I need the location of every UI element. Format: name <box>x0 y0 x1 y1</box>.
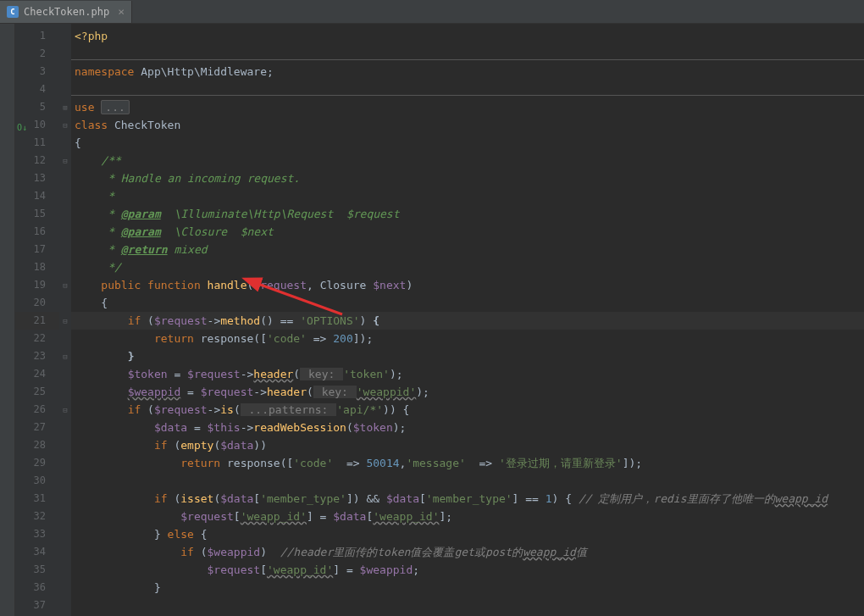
code-line[interactable]: <?php <box>71 27 864 45</box>
code-line[interactable]: } <box>71 579 864 597</box>
code-line[interactable]: { <box>71 134 864 152</box>
code-line[interactable]: * @param \Closure $next <box>71 223 864 241</box>
fold-icon <box>59 223 71 241</box>
line-number[interactable]: 28 <box>15 436 59 454</box>
code-line[interactable] <box>71 80 864 98</box>
left-strip <box>0 24 15 616</box>
fold-icon[interactable]: ⊟ <box>59 276 71 294</box>
fold-icon[interactable]: ⊟ <box>59 312 71 330</box>
line-number[interactable]: 25 <box>15 383 59 401</box>
line-number[interactable]: 4 <box>15 80 59 98</box>
fold-icon <box>59 241 71 258</box>
fold-icon <box>59 543 71 561</box>
line-number[interactable]: 31 <box>15 490 59 508</box>
fold-icon[interactable]: ⊟ <box>59 116 71 134</box>
code-line[interactable]: */ <box>71 258 864 276</box>
fold-icon[interactable]: ⊟ <box>59 152 71 169</box>
close-icon[interactable]: × <box>118 5 125 18</box>
line-number[interactable]: 14 <box>15 187 59 205</box>
line-number[interactable]: 2 <box>15 45 59 63</box>
fold-icon <box>59 134 71 152</box>
line-number[interactable]: 22 <box>15 330 59 347</box>
code-line[interactable]: * @param \Illuminate\Http\Request $reque… <box>71 205 864 223</box>
fold-icon <box>59 454 71 472</box>
fold-icon <box>59 419 71 436</box>
line-number[interactable]: 5 <box>15 98 59 116</box>
code-line[interactable] <box>71 472 864 490</box>
tab-label: CheckToken.php <box>24 6 109 18</box>
line-number[interactable]: 17 <box>15 241 59 258</box>
line-number[interactable]: 37 <box>15 597 59 614</box>
fold-icon <box>59 472 71 490</box>
tab-checktoken[interactable]: C CheckToken.php × <box>0 1 132 23</box>
tab-bar: C CheckToken.php × <box>0 0 864 24</box>
code-line[interactable]: return response(['code' => 50014,'messag… <box>71 454 864 472</box>
line-number[interactable]: O↓10 <box>15 116 59 134</box>
code-line[interactable]: * @return mixed <box>71 241 864 258</box>
code-line[interactable]: return response(['code' => 200]); <box>71 330 864 347</box>
separator <box>71 59 864 60</box>
code-line[interactable]: { <box>71 294 864 312</box>
line-number[interactable]: 16 <box>15 223 59 241</box>
line-number[interactable]: 3 <box>15 63 59 80</box>
fold-icon <box>59 330 71 347</box>
code-line[interactable]: if (isset($data['member_type']) && $data… <box>71 490 864 508</box>
fold-icon <box>59 525 71 543</box>
line-number[interactable]: 21 <box>15 312 59 330</box>
code-line[interactable]: $weappid = $request->header( key: 'weapp… <box>71 383 864 401</box>
fold-icon[interactable]: ⊟ <box>59 401 71 419</box>
code-line[interactable]: use ... <box>71 98 864 116</box>
line-number[interactable]: 26 <box>15 401 59 419</box>
line-number[interactable]: 15 <box>15 205 59 223</box>
line-number[interactable]: 32 <box>15 508 59 525</box>
line-number[interactable]: 18 <box>15 258 59 276</box>
line-number[interactable]: 13 <box>15 169 59 187</box>
code-line[interactable] <box>71 45 864 63</box>
code-area[interactable]: <?php namespace App\Http\Middleware; use… <box>71 24 864 616</box>
code-line[interactable]: $request['weapp_id'] = $data['weapp_id']… <box>71 508 864 525</box>
line-number[interactable]: 29 <box>15 454 59 472</box>
fold-icon[interactable]: ⊞ <box>59 98 71 116</box>
line-number[interactable]: 20 <box>15 294 59 312</box>
line-number[interactable]: 1 <box>15 27 59 45</box>
fold-icon <box>59 63 71 80</box>
line-number[interactable]: 24 <box>15 365 59 383</box>
line-number[interactable]: 27 <box>15 419 59 436</box>
code-line[interactable]: 💡 if ($request->method() == 'OPTIONS') { <box>71 312 864 330</box>
line-number[interactable]: 19 <box>15 276 59 294</box>
code-line[interactable]: } else { <box>71 525 864 543</box>
code-line[interactable]: if (empty($data)) <box>71 436 864 454</box>
fold-icon <box>59 579 71 597</box>
line-number[interactable]: 36 <box>15 579 59 597</box>
code-line[interactable]: $request['weapp_id'] = $weappid; <box>71 561 864 579</box>
fold-icon <box>59 205 71 223</box>
fold-icon <box>59 365 71 383</box>
php-file-icon: C <box>7 6 19 18</box>
fold-icon <box>59 597 71 614</box>
line-number[interactable]: 12 <box>15 152 59 169</box>
code-line[interactable]: namespace App\Http\Middleware; <box>71 63 864 80</box>
code-line[interactable]: if ($weappid) //header里面传的token值会覆盖get或p… <box>71 543 864 561</box>
fold-icon <box>59 561 71 579</box>
code-line[interactable]: $data = $this->readWebSession($token); <box>71 419 864 436</box>
fold-icon <box>59 169 71 187</box>
line-number[interactable]: 11 <box>15 134 59 152</box>
line-number[interactable]: 34 <box>15 543 59 561</box>
folded-code[interactable]: ... <box>101 100 129 114</box>
code-line[interactable]: class CheckToken <box>71 116 864 134</box>
code-line[interactable]: * Handle an incoming request. <box>71 169 864 187</box>
line-number[interactable]: 33 <box>15 525 59 543</box>
code-line[interactable]: public function handle($request, Closure… <box>71 276 864 294</box>
code-line[interactable]: $token = $request->header( key: 'token')… <box>71 365 864 383</box>
code-line[interactable]: /** <box>71 152 864 169</box>
line-number[interactable]: 35 <box>15 561 59 579</box>
code-line[interactable]: * <box>71 187 864 205</box>
editor: 1 2 3 4 5 O↓10 11 12 13 14 15 16 17 18 1… <box>0 24 864 616</box>
code-line[interactable]: if ($request->is( ...patterns: 'api/*'))… <box>71 401 864 419</box>
fold-icon[interactable]: ⊟ <box>59 347 71 365</box>
code-line[interactable]: } <box>71 347 864 365</box>
code-line[interactable] <box>71 597 864 614</box>
line-number[interactable]: 23 <box>15 347 59 365</box>
fold-icon <box>59 45 71 63</box>
line-number[interactable]: 30 <box>15 472 59 490</box>
